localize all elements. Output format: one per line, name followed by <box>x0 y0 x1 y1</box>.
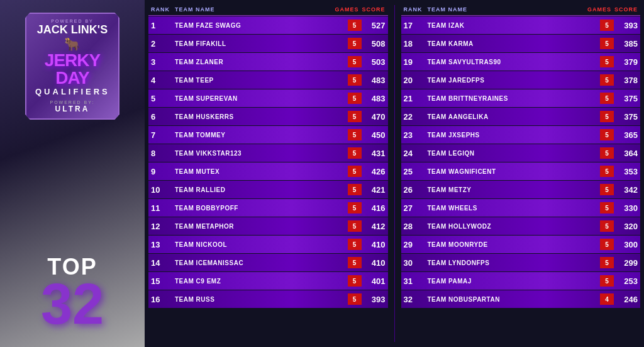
rank-cell: 29 <box>404 240 428 249</box>
team-cell: TEAM RUSS <box>175 296 348 303</box>
score-cell: 375 <box>615 94 638 103</box>
team-cell: TEAM SUPEREVAN <box>175 95 348 102</box>
score-cell: 300 <box>615 240 638 249</box>
rank-cell: 25 <box>404 167 428 176</box>
rank-cell: 31 <box>404 276 428 286</box>
score-cell: 401 <box>363 276 386 286</box>
games-cell: 5 <box>600 93 614 104</box>
team-cell: TEAM WAGNIFICENT <box>428 168 601 175</box>
team-cell: TEAM NOBUSPARTAN <box>428 296 601 303</box>
left-panel: POWERED BY JACK LINK'S 🐂 JERKY DAY QUALI… <box>0 0 145 347</box>
rank-cell: 19 <box>404 57 428 67</box>
team-cell: TEAM VIKKSTAR123 <box>175 150 348 157</box>
rank-cell: 23 <box>404 130 428 140</box>
score-cell: 353 <box>615 167 638 176</box>
team-cell: TEAM C9 EMZ <box>175 278 348 285</box>
score-header: SCORE <box>360 6 386 13</box>
games-cell: 5 <box>600 239 614 250</box>
rank-cell: 8 <box>151 149 175 158</box>
team-cell: TEAM SAVYULTRAS90 <box>428 59 601 65</box>
score-header-right: SCORE <box>613 6 638 13</box>
table-row: 18 TEAM KARMA 5 385 <box>401 35 641 52</box>
team-cell: TEAM LYNDONFPS <box>428 259 601 266</box>
table-row: 22 TEAM AANGELIKA 5 375 <box>401 108 641 125</box>
team-cell: TEAM BOBBYPOFF <box>175 205 348 212</box>
team-cell: TEAM TEEP <box>175 77 348 84</box>
right-table-header: RANK TEAM NAME GAMES SCORE <box>401 5 641 16</box>
team-cell: TEAM WHEELS <box>428 205 601 212</box>
main-content: RANK TEAM NAME GAMES SCORE 1 TEAM FAZE S… <box>145 0 644 347</box>
table-row: 25 TEAM WAGNIFICENT 5 353 <box>401 162 641 180</box>
score-cell: 378 <box>615 76 638 85</box>
table-row: 15 TEAM C9 EMZ 5 401 <box>148 272 388 290</box>
team-cell: TEAM KARMA <box>428 40 601 47</box>
table-row: 11 TEAM BOBBYPOFF 5 416 <box>148 199 388 217</box>
left-table-header: RANK TEAM NAME GAMES SCORE <box>148 5 388 16</box>
score-cell: 342 <box>615 185 638 195</box>
score-cell: 483 <box>363 76 386 85</box>
table-row: 3 TEAM ZLANER 5 503 <box>148 53 388 71</box>
rank-cell: 30 <box>404 258 428 268</box>
score-cell: 431 <box>363 149 386 158</box>
day-text: DAY <box>35 69 109 87</box>
games-cell: 5 <box>348 20 362 31</box>
rank-cell: 28 <box>404 222 428 231</box>
games-cell: 5 <box>348 38 362 49</box>
games-cell: 5 <box>348 184 362 195</box>
rank-cell: 6 <box>151 112 175 122</box>
games-cell: 4 <box>600 293 614 305</box>
table-row: 28 TEAM HOLLYWODZ 5 320 <box>401 217 641 235</box>
score-cell: 379 <box>615 57 638 67</box>
games-cell: 5 <box>600 275 614 287</box>
table-row: 27 TEAM WHEELS 5 330 <box>401 199 641 217</box>
games-cell: 5 <box>348 239 362 250</box>
games-cell: 5 <box>600 220 614 232</box>
team-cell: TEAM METAPHOR <box>175 223 348 230</box>
score-cell: 527 <box>363 21 386 30</box>
score-cell: 375 <box>615 112 638 122</box>
top32-number: 32 <box>41 280 104 329</box>
table-row: 23 TEAM JXSEPHS 5 365 <box>401 126 641 144</box>
games-header-right: GAMES <box>586 6 613 13</box>
games-cell: 5 <box>600 147 614 159</box>
rank-cell: 1 <box>151 21 175 30</box>
games-cell: 5 <box>600 38 614 49</box>
games-cell: 5 <box>600 184 614 195</box>
rank-cell: 32 <box>404 295 428 304</box>
table-row: 4 TEAM TEEP 5 483 <box>148 71 388 89</box>
games-cell: 5 <box>348 56 362 67</box>
rank-cell: 13 <box>151 240 175 249</box>
score-cell: 410 <box>363 240 386 249</box>
table-row: 2 TEAM FIFAKILL 5 508 <box>148 35 388 52</box>
rank-cell: 3 <box>151 57 175 67</box>
right-leaderboard: RANK TEAM NAME GAMES SCORE 17 TEAM IZAK … <box>401 5 641 342</box>
score-cell: 483 <box>363 94 386 103</box>
team-cell: TEAM TOMMEY <box>175 132 348 139</box>
games-cell: 5 <box>600 202 614 213</box>
team-header: TEAM NAME <box>175 6 334 13</box>
table-row: 26 TEAM METZY 5 342 <box>401 181 641 198</box>
table-row: 32 TEAM NOBUSPARTAN 4 246 <box>401 290 641 308</box>
logo-area: POWERED BY JACK LINK'S 🐂 JERKY DAY QUALI… <box>25 13 119 120</box>
team-cell: TEAM JXSEPHS <box>428 132 601 139</box>
rank-cell: 20 <box>404 76 428 85</box>
table-row: 21 TEAM BRITTNEYRAINES 5 375 <box>401 89 641 107</box>
left-leaderboard: RANK TEAM NAME GAMES SCORE 1 TEAM FAZE S… <box>148 5 388 342</box>
games-cell: 5 <box>348 220 362 232</box>
score-cell: 299 <box>615 258 638 268</box>
games-cell: 5 <box>600 20 614 31</box>
team-cell: TEAM FAZE SWAGG <box>175 22 348 29</box>
score-cell: 410 <box>363 258 386 268</box>
table-row: 17 TEAM IZAK 5 393 <box>401 16 641 34</box>
table-row: 12 TEAM METAPHOR 5 412 <box>148 217 388 235</box>
score-cell: 412 <box>363 222 386 231</box>
rank-cell: 24 <box>404 149 428 158</box>
table-row: 1 TEAM FAZE SWAGG 5 527 <box>148 16 388 34</box>
table-row: 13 TEAM NICKOOL 5 410 <box>148 236 388 253</box>
score-cell: 365 <box>615 130 638 140</box>
table-row: 30 TEAM LYNDONFPS 5 299 <box>401 254 641 271</box>
games-cell: 5 <box>348 93 362 104</box>
team-cell: TEAM LEGIQN <box>428 150 601 157</box>
team-cell: TEAM IZAK <box>428 22 601 29</box>
table-row: 8 TEAM VIKKSTAR123 5 431 <box>148 144 388 162</box>
